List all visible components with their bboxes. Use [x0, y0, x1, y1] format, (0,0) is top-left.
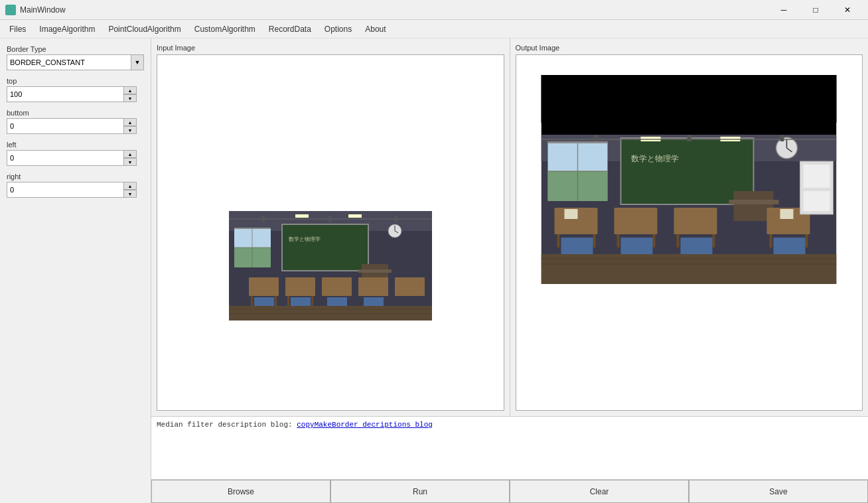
buttom-label: buttom — [7, 109, 144, 117]
svg-rect-6 — [234, 248, 271, 267]
svg-rect-72 — [621, 238, 653, 256]
svg-rect-79 — [804, 165, 830, 188]
buttom-spin-up[interactable]: ▲ — [123, 118, 137, 126]
right-field: right ▲ ▼ — [7, 173, 144, 198]
content-area: Input Image — [151, 38, 868, 503]
right-spin-wrapper: ▲ ▼ — [7, 182, 137, 198]
info-prefix: Median filter description blog: — [157, 421, 297, 429]
clear-button[interactable]: Clear — [510, 480, 689, 503]
svg-rect-55 — [687, 135, 691, 141]
svg-rect-82 — [780, 209, 794, 219]
svg-rect-22 — [251, 296, 253, 306]
right-spin-buttons: ▲ ▼ — [123, 182, 137, 198]
svg-rect-66 — [653, 234, 656, 248]
svg-rect-68 — [713, 234, 715, 248]
svg-rect-65 — [617, 234, 620, 248]
svg-rect-71 — [561, 238, 593, 256]
input-panel-label: Input Image — [157, 44, 504, 52]
svg-rect-64 — [593, 234, 596, 248]
svg-rect-63 — [557, 234, 560, 248]
minimize-button[interactable]: ─ — [768, 1, 799, 19]
run-button[interactable]: Run — [330, 480, 510, 503]
right-spin-up[interactable]: ▲ — [123, 182, 137, 190]
left-panel: Border Type BORDER_CONSTANT BORDER_REPLI… — [0, 38, 151, 503]
svg-rect-19 — [322, 277, 352, 296]
browse-button[interactable]: Browse — [151, 480, 330, 503]
window-controls: ─ □ ✕ — [768, 1, 863, 19]
svg-rect-30 — [229, 306, 432, 321]
svg-rect-81 — [565, 209, 578, 219]
svg-rect-21 — [395, 277, 425, 296]
svg-rect-69 — [770, 234, 772, 248]
svg-rect-18 — [285, 277, 315, 296]
top-field: top ▲ ▼ — [7, 77, 144, 102]
svg-rect-60 — [615, 208, 658, 234]
menu-about[interactable]: About — [358, 22, 392, 36]
right-input[interactable] — [7, 182, 123, 198]
left-label: left — [7, 141, 144, 149]
svg-rect-23 — [275, 296, 277, 306]
maximize-button[interactable]: □ — [800, 1, 831, 19]
menu-record-data[interactable]: RecordData — [262, 22, 318, 36]
top-spin-up[interactable]: ▲ — [123, 86, 137, 94]
svg-rect-70 — [806, 234, 808, 248]
info-link[interactable]: copyMakeBorder decriptions blog — [297, 421, 433, 429]
info-bar: Median filter description blog: copyMake… — [151, 416, 868, 479]
main-layout: Border Type BORDER_CONSTANT BORDER_REPLI… — [0, 38, 868, 503]
svg-rect-73 — [681, 238, 713, 256]
svg-rect-35 — [328, 216, 331, 222]
left-field: left ▲ ▼ — [7, 141, 144, 166]
left-spin-down[interactable]: ▼ — [123, 158, 137, 166]
output-canvas: 数学と物理学 — [516, 54, 863, 411]
title-bar: MainWindow ─ □ ✕ — [0, 0, 868, 20]
buttom-spin-wrapper: ▲ ▼ — [7, 118, 137, 134]
left-spin-wrapper: ▲ ▼ — [7, 150, 137, 166]
buttom-input[interactable] — [7, 118, 123, 134]
svg-rect-25 — [311, 296, 313, 306]
top-label: top — [7, 77, 144, 85]
buttom-field: buttom ▲ ▼ — [7, 109, 144, 134]
menu-image-algorithm[interactable]: ImageAlgorithm — [33, 22, 102, 36]
svg-rect-74 — [774, 238, 806, 256]
svg-rect-36 — [395, 216, 398, 222]
svg-rect-24 — [287, 296, 289, 306]
menu-files[interactable]: Files — [3, 22, 33, 36]
svg-rect-61 — [674, 208, 717, 234]
top-spin-down[interactable]: ▼ — [123, 94, 137, 102]
top-input[interactable] — [7, 86, 123, 102]
top-spin-wrapper: ▲ ▼ — [7, 86, 137, 102]
menu-point-cloud-algorithm[interactable]: PointCloudAlgorithm — [102, 22, 187, 36]
input-panel: Input Image — [151, 38, 510, 416]
svg-rect-17 — [249, 277, 279, 296]
svg-rect-44 — [548, 171, 608, 201]
close-button[interactable]: ✕ — [832, 1, 863, 19]
output-black-border — [542, 75, 837, 123]
buttom-spin-down[interactable]: ▼ — [123, 126, 137, 134]
border-type-label: Border Type — [7, 45, 144, 53]
menu-bar: Files ImageAlgorithm PointCloudAlgorithm… — [0, 20, 868, 38]
svg-rect-58 — [729, 200, 779, 204]
save-button[interactable]: Save — [689, 480, 868, 503]
input-canvas: 数学と物理学 — [157, 54, 504, 411]
svg-text:数学と物理学: 数学と物理学 — [631, 154, 679, 163]
app-icon — [5, 5, 16, 15]
window-title: MainWindow — [20, 5, 768, 15]
svg-rect-20 — [358, 277, 388, 296]
left-input[interactable] — [7, 150, 123, 166]
svg-text:数学と物理学: 数学と物理学 — [289, 236, 321, 242]
menu-options[interactable]: Options — [318, 22, 358, 36]
border-type-select[interactable]: BORDER_CONSTANT BORDER_REPLICATE BORDER_… — [7, 54, 137, 70]
input-image: 数学と物理学 — [229, 211, 432, 321]
left-spin-up[interactable]: ▲ — [123, 150, 137, 158]
output-panel-label: Output Image — [516, 44, 863, 52]
svg-rect-80 — [804, 191, 830, 211]
svg-rect-54 — [595, 135, 599, 141]
right-label: right — [7, 173, 144, 180]
menu-custom-algorithm[interactable]: CustomAlgorithm — [188, 22, 262, 36]
input-scene-svg: 数学と物理学 — [229, 211, 432, 321]
svg-rect-16 — [358, 269, 392, 273]
svg-rect-34 — [262, 216, 265, 222]
right-spin-down[interactable]: ▼ — [123, 190, 137, 198]
output-image: 数学と物理学 — [542, 75, 837, 284]
border-type-select-wrapper: BORDER_CONSTANT BORDER_REPLICATE BORDER_… — [7, 54, 144, 70]
